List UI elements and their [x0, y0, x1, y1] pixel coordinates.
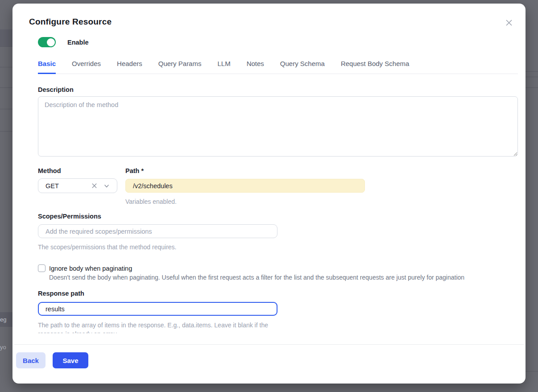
clear-icon[interactable] [89, 181, 99, 191]
background-divider [526, 77, 538, 77]
scopes-input[interactable] [38, 224, 277, 238]
background-text-fragment: yo [0, 344, 6, 351]
background-divider [0, 109, 12, 109]
close-icon-glyph [505, 19, 513, 26]
footer-divider [14, 344, 524, 345]
configure-resource-modal: Configure Resource Enable Basic Override… [12, 4, 526, 384]
save-button[interactable]: Save [53, 352, 88, 368]
enable-toggle-row: Enable [38, 37, 89, 47]
background-divider [0, 67, 12, 67]
tab-basic[interactable]: Basic [38, 57, 56, 74]
tab-llm[interactable]: LLM [217, 57, 230, 74]
close-icon[interactable] [502, 16, 516, 29]
method-label: Method [38, 167, 61, 174]
tab-bar: Basic Overrides Headers Query Params LLM… [38, 57, 518, 74]
background-divider [0, 87, 12, 88]
tab-query-schema[interactable]: Query Schema [280, 57, 325, 74]
background-divider [526, 71, 538, 72]
response-path-helper-clip: The path to the array of items in the re… [38, 321, 281, 333]
chevron-down-icon[interactable] [102, 181, 112, 191]
tab-request-body-schema[interactable]: Request Body Schema [341, 57, 409, 74]
method-select[interactable]: GET [38, 178, 117, 193]
response-path-input[interactable] [38, 302, 277, 316]
path-helper-text: Variables enabled. [125, 198, 177, 205]
path-input[interactable] [125, 179, 365, 193]
toggle-knob [47, 38, 55, 46]
enable-toggle[interactable] [38, 37, 56, 47]
tab-headers[interactable]: Headers [117, 57, 142, 74]
scopes-helper-text: The scopes/permissions that the method r… [38, 243, 177, 251]
background-row-highlight [0, 29, 12, 47]
background-divider [0, 131, 12, 132]
path-label: Path * [125, 167, 144, 174]
ignore-body-label[interactable]: Ignore body when paginating [49, 265, 132, 272]
method-select-value: GET [46, 182, 89, 190]
response-path-label: Response path [38, 290, 84, 297]
ignore-body-helper-text: Doesn't send the body when paginating. U… [49, 274, 495, 281]
background-text-fragment: eg [0, 316, 6, 323]
modal-title: Configure Resource [29, 17, 112, 27]
tab-overrides[interactable]: Overrides [72, 57, 101, 74]
tab-query-params[interactable]: Query Params [158, 57, 202, 74]
response-path-helper-text: The path to the array of items in the re… [38, 321, 281, 333]
description-label: Description [38, 86, 74, 93]
background-divider [526, 87, 538, 88]
tab-notes[interactable]: Notes [247, 57, 264, 74]
screen: eg yo Configure Resource Enable Basic Ov… [0, 0, 538, 392]
background-divider [526, 371, 538, 371]
ignore-body-checkbox[interactable] [38, 264, 46, 272]
modal-footer: Back Save [16, 352, 88, 368]
ignore-body-row: Ignore body when paginating [38, 264, 132, 272]
back-button[interactable]: Back [16, 352, 46, 368]
background-divider [0, 46, 12, 47]
description-textarea[interactable] [38, 96, 518, 157]
scopes-label: Scopes/Permissions [38, 213, 101, 220]
enable-toggle-label: Enable [67, 39, 89, 46]
